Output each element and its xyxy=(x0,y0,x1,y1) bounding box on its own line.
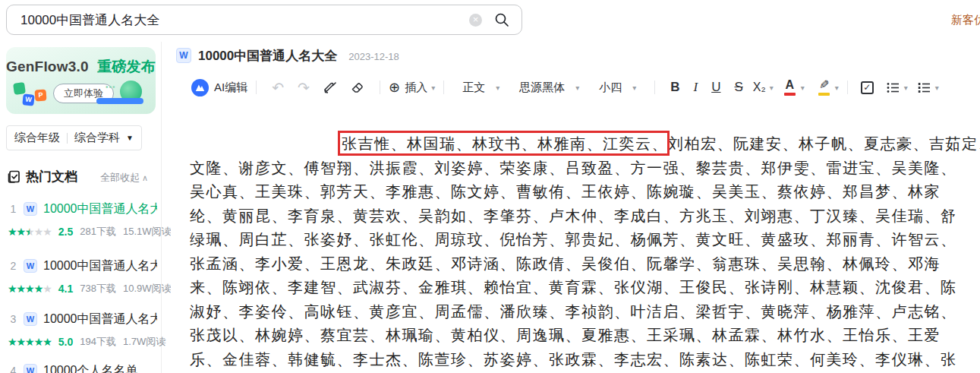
hot-docs-title: 热门文档 xyxy=(26,168,77,185)
caret-down-icon: ▾ xyxy=(904,84,908,92)
content-line: 吴心真、王美珠、郭芳天、李雅惠、陈文婷、曹敏侑、王依婷、陈婉璇、吴美玉、蔡依婷、… xyxy=(190,180,980,204)
hot-docs-header: 热门文档 全部收起∧ xyxy=(0,168,162,186)
font-color-icon: A xyxy=(784,79,796,96)
download-count: 281下载 xyxy=(80,225,116,239)
hot-docs-icon xyxy=(7,169,21,187)
font-family-value: 思源黑体 xyxy=(519,81,565,95)
bullet-list-button[interactable]: ▾ xyxy=(886,81,908,95)
highlight-icon: ✎ xyxy=(818,79,830,96)
doc-title-link[interactable]: 10000个人名名单 xyxy=(43,363,138,373)
rating-value: 4.1 xyxy=(58,283,73,295)
doc-title-link[interactable]: 10000中国普通人名大… xyxy=(43,311,157,327)
eraser-icon[interactable] xyxy=(350,80,365,95)
subject-filter-label: 综合学科 xyxy=(74,131,120,145)
doc-rating-row: ★★★★★★★★★★ 4.1 738下载 10.9W阅读 xyxy=(8,282,159,296)
underline-button[interactable]: U xyxy=(711,80,720,95)
read-count: 1.7W阅读 xyxy=(123,335,165,349)
document-date: 2023-12-18 xyxy=(348,51,399,62)
search-bar[interactable]: × xyxy=(6,5,522,35)
ai-edit-label: AI编辑 xyxy=(214,81,247,95)
word-doc-icon: W xyxy=(176,48,191,63)
promo-link[interactable]: 新客优惠 xyxy=(951,13,980,27)
doc-rating-row: ★★★★★★★★★★ 2.5 281下载 15.1W阅读 xyxy=(8,225,159,239)
genflow-banner[interactable]: GenFlow3.0 重磅发布 W P 立即体验 ••• xyxy=(6,47,156,114)
document-content[interactable]: 张吉惟、林国瑞、林玟书、林雅南、江奕云、刘柏宏、阮建安、林子帆、夏志豪、吉茹定、… xyxy=(190,132,980,371)
doc-list-item[interactable]: 4 W 10000个人名名单 xyxy=(9,362,157,373)
document-title: 10000中国普通人名大全 xyxy=(198,47,337,65)
star-rating: ★★★★★★★★★★ xyxy=(8,283,52,294)
doc-list-item[interactable]: 2 W 10000中国普通人名大全 xyxy=(9,258,157,274)
filter-divider xyxy=(67,133,68,144)
grade-filter-label: 综合年级 xyxy=(14,131,60,145)
caret-down-icon: ▾ xyxy=(632,84,636,92)
insert-label: 插入 xyxy=(405,81,427,95)
search-input[interactable] xyxy=(20,12,469,27)
word-tile-icon: W xyxy=(22,93,34,106)
caret-down-icon: ▾ xyxy=(835,84,839,92)
caret-down-icon: ▾ xyxy=(575,84,579,92)
doc-list-item[interactable]: 3 W 10000中国普通人名大… xyxy=(9,311,157,327)
read-count: 15.1W阅读 xyxy=(123,225,172,239)
toolbar-divider xyxy=(380,81,380,94)
doc-title-link[interactable]: 10000中国普通人名大全 xyxy=(43,258,157,274)
redo-icon[interactable]: ↷ xyxy=(298,79,310,96)
rating-value: 2.5 xyxy=(58,226,73,238)
strikethrough-button[interactable]: S xyxy=(734,80,742,95)
insert-button[interactable]: ⊕ 插入 ▾ xyxy=(389,79,435,96)
sidebar: GenFlow3.0 重磅发布 W P 立即体验 ••• 综合年级 综合学科 ▼… xyxy=(0,42,162,373)
highlight-box: 张吉惟、林国瑞、林玟书、林雅南、江奕云、 xyxy=(342,135,668,152)
highlight-color-button[interactable]: ✎ ▾ xyxy=(811,79,839,96)
content-line: 乐、金佳蓉、韩健毓、李士杰、陈萱珍、苏姿婷、张政霖、李志宏、陈素达、陈虹荣、何美… xyxy=(190,348,980,372)
filter-caret-icon: ▼ xyxy=(126,134,134,142)
word-doc-icon: W xyxy=(24,202,37,216)
read-count: 10.9W阅读 xyxy=(123,282,172,296)
font-family-select[interactable]: 思源黑体 ▾ xyxy=(519,81,579,95)
content-line: 张茂以、林婉婷、蔡宜芸、林珮瑜、黄柏仪、周逸珮、夏雅惠、王采珮、林孟霖、林竹水、… xyxy=(190,324,980,348)
subscript-button[interactable]: X₂ ▾ xyxy=(753,81,774,94)
font-size-select[interactable]: 小四 ▾ xyxy=(599,81,636,95)
doc-list-item[interactable]: 1 W 10000中国普通人名大全 xyxy=(9,201,157,217)
undo-icon[interactable]: ↶ xyxy=(272,79,284,96)
toolbar-divider xyxy=(847,81,848,94)
paragraph-style-select[interactable]: 正文 ▾ xyxy=(462,81,499,95)
content-line: 绿珮、周白芷、张姿妤、张虹伦、周琼玟、倪怡芳、郭贵妃、杨佩芳、黄文旺、黄盛玫、郑… xyxy=(190,228,980,252)
ai-edit-button[interactable]: AI编辑 xyxy=(191,79,247,96)
caret-down-icon: ▾ xyxy=(431,84,435,92)
rank-number: 1 xyxy=(9,203,17,215)
banner-product-name: GenFlow3.0 xyxy=(6,58,89,74)
rank-number: 4 xyxy=(9,365,17,373)
doc-rating-row: ★★★★★★★★★★ 5.0 194下载 1.7W阅读 xyxy=(8,335,159,349)
doc-title-link[interactable]: 10000中国普通人名大全 xyxy=(43,201,157,217)
ai-logo-icon xyxy=(191,79,209,96)
highlighted-names: 张吉惟、林国瑞、林玟书、林雅南、江奕云、 xyxy=(342,135,668,152)
rating-value: 5.0 xyxy=(58,336,73,348)
star-rating: ★★★★★★★★★★ xyxy=(8,226,52,237)
content-line: 文隆、谢彦文、傅智翔、洪振霞、刘姿婷、荣姿康、吕致盈、方一强、黎芸贵、郑伊雯、雷… xyxy=(190,156,980,181)
search-icon[interactable] xyxy=(494,12,509,27)
top-bar: × 新客优惠 xyxy=(0,0,980,42)
editor-toolbar: AI编辑 ↶ ↷ ⊕ 插入 ▾ 正文 ▾ 思源黑体 ▾ 小四 ▾ B xyxy=(171,73,980,102)
numbered-list-button[interactable]: ▾ xyxy=(917,81,939,95)
plus-circle-icon: ⊕ xyxy=(389,79,400,96)
rank-number: 2 xyxy=(9,260,17,272)
toolbar-divider xyxy=(443,81,444,94)
collapse-all-button[interactable]: 全部收起∧ xyxy=(100,171,148,185)
excel-tile-icon xyxy=(13,82,26,95)
task-list-button[interactable]: ✓ xyxy=(861,81,874,94)
collapse-caret-icon: ∧ xyxy=(142,173,148,182)
font-color-button[interactable]: A ▾ xyxy=(777,79,805,96)
font-size-value: 小四 xyxy=(599,81,622,95)
bold-button[interactable]: B xyxy=(670,80,679,95)
download-count: 194下载 xyxy=(80,335,116,349)
italic-button[interactable]: I xyxy=(694,80,698,95)
star-rating: ★★★★★★★★★★ xyxy=(8,337,52,347)
category-filter-dropdown[interactable]: 综合年级 综合学科 ▼ xyxy=(6,125,142,150)
caret-down-icon: ▾ xyxy=(935,84,939,92)
document-header: W 10000中国普通人名大全 2023-12-18 xyxy=(176,47,399,64)
toolbar-divider xyxy=(654,81,655,94)
word-doc-icon: W xyxy=(24,364,37,373)
paragraph-style-value: 正文 xyxy=(462,81,485,95)
format-painter-icon[interactable] xyxy=(323,80,338,95)
clear-search-icon[interactable]: × xyxy=(469,14,482,27)
speech-dots-icon: ••• xyxy=(106,83,116,91)
